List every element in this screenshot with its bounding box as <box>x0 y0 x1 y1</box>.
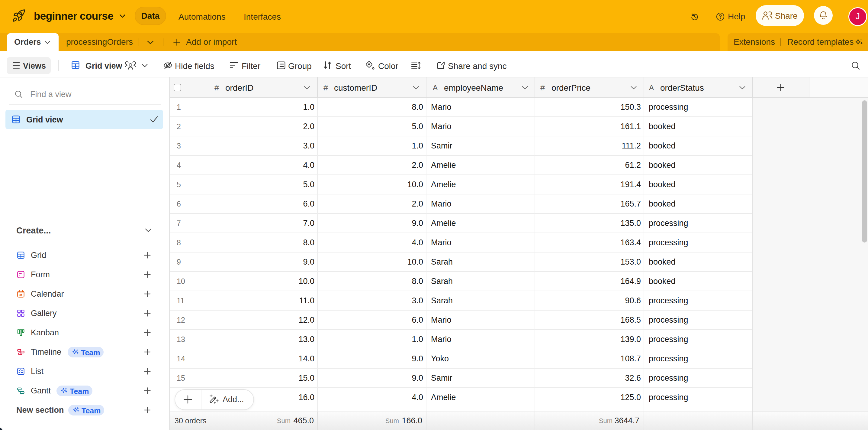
svg-text:31: 31 <box>19 294 22 297</box>
